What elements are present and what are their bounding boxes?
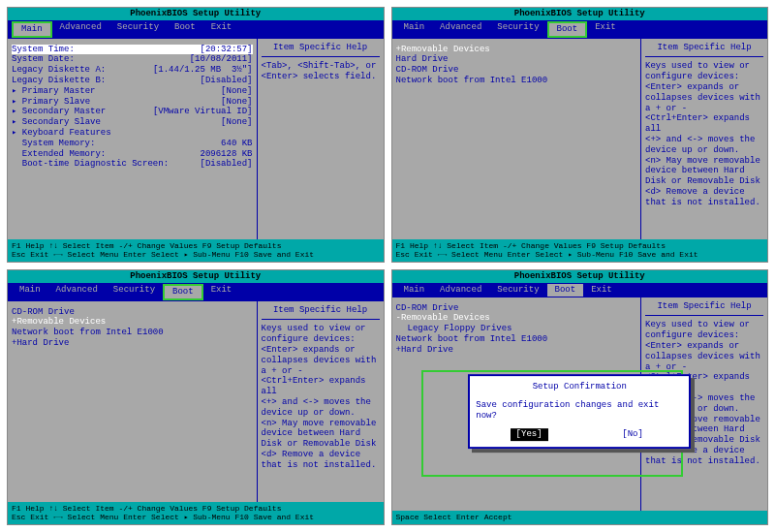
tab-main[interactable]: Main xyxy=(12,284,48,300)
tab-advanced[interactable]: Advanced xyxy=(52,21,109,38)
boot-item[interactable]: Legacy Floppy Drives xyxy=(396,324,637,334)
setting-row[interactable]: Legacy Diskette B:[Disabled] xyxy=(12,76,253,86)
help-text: Keys used to view or configure devices: … xyxy=(262,324,380,470)
boot-item[interactable]: +Removable Devices xyxy=(396,45,637,55)
menubar[interactable]: Main Advanced Security Boot Exit xyxy=(8,283,384,301)
help-text: <Tab>, <Shift-Tab>, or <Enter> selects f… xyxy=(262,61,380,82)
setting-row[interactable]: Extended Memory:2096128 KB xyxy=(12,149,253,160)
setting-row[interactable]: ▸ Secondary Slave[None] xyxy=(12,117,253,128)
setting-row[interactable]: System Date:[10/08/2011] xyxy=(12,54,253,65)
tab-exit[interactable]: Exit xyxy=(587,21,624,38)
tab-main[interactable]: Main xyxy=(12,21,52,38)
setting-row[interactable]: System Time:[20:32:57] xyxy=(12,45,253,55)
help-pane: Item Specific Help Keys used to view or … xyxy=(641,39,767,239)
bios-panel-1: PhoenixBIOS Setup Utility Main Advanced … xyxy=(7,7,385,263)
menubar[interactable]: Main Advanced Security Boot Exit xyxy=(392,283,768,297)
dialog-message: Save configuration changes and exit now? xyxy=(476,400,683,422)
setting-row[interactable]: ▸ Primary Slave[None] xyxy=(12,97,253,108)
tab-exit[interactable]: Exit xyxy=(203,284,240,300)
boot-item[interactable]: CD-ROM Drive xyxy=(12,307,253,318)
help-title: Item Specific Help xyxy=(645,43,763,58)
boot-item[interactable]: CD-ROM Drive xyxy=(396,65,637,76)
boot-order-list[interactable]: +Removable DevicesHard DriveCD-ROM Drive… xyxy=(392,39,642,239)
footer-keys: F1 Help ↑↓ Select Item -/+ Change Values… xyxy=(8,502,384,524)
boot-item[interactable]: +Hard Drive xyxy=(12,338,253,349)
bios-title: PhoenixBIOS Setup Utility xyxy=(392,270,768,283)
setting-row[interactable]: Boot-time Diagnostic Screen:[Disabled] xyxy=(12,159,253,170)
tab-advanced[interactable]: Advanced xyxy=(432,21,489,38)
tab-boot[interactable]: Boot xyxy=(167,21,203,38)
help-text: Keys used to view or configure devices: … xyxy=(645,61,763,207)
tab-boot[interactable]: Boot xyxy=(163,284,203,300)
tab-security[interactable]: Security xyxy=(109,21,167,38)
setting-row[interactable]: ▸ Secondary Master[VMware Virtual ID] xyxy=(12,107,253,117)
bios-panel-4: PhoenixBIOS Setup Utility Main Advanced … xyxy=(391,269,769,525)
menubar[interactable]: Main Advanced Security Boot Exit xyxy=(392,20,768,39)
help-title: Item Specific Help xyxy=(262,43,380,58)
boot-item[interactable]: Network boot from Intel E1000 xyxy=(12,328,253,338)
tab-security[interactable]: Security xyxy=(489,21,546,38)
footer-keys: Space Select Enter Accept xyxy=(392,511,768,524)
help-title: Item Specific Help xyxy=(645,301,763,317)
boot-item[interactable]: +Removable Devices xyxy=(12,317,253,328)
tab-exit[interactable]: Exit xyxy=(203,21,240,38)
bios-panel-3: PhoenixBIOS Setup Utility Main Advanced … xyxy=(7,269,385,525)
boot-item[interactable]: +Hard Drive xyxy=(396,345,637,356)
bios-panel-2: PhoenixBIOS Setup Utility Main Advanced … xyxy=(391,7,769,263)
setting-row[interactable]: ▸ Primary Master[None] xyxy=(12,86,253,97)
boot-item[interactable]: Network boot from Intel E1000 xyxy=(396,76,637,86)
menubar[interactable]: Main Advanced Security Boot Exit xyxy=(8,20,384,39)
tab-main[interactable]: Main xyxy=(396,284,433,297)
tab-security[interactable]: Security xyxy=(489,284,546,297)
bios-title: PhoenixBIOS Setup Utility xyxy=(8,8,384,20)
bios-title: PhoenixBIOS Setup Utility xyxy=(392,8,768,20)
boot-item[interactable]: Hard Drive xyxy=(396,54,637,65)
setting-row[interactable]: ▸ Keyboard Features xyxy=(12,128,253,139)
help-title: Item Specific Help xyxy=(262,305,380,321)
setting-row[interactable]: Legacy Diskette A:[1.44/1.25 MB 3½"] xyxy=(12,65,253,76)
tab-advanced[interactable]: Advanced xyxy=(48,284,106,300)
dialog-title: Setup Confirmation xyxy=(476,382,683,392)
settings-list[interactable]: System Time:[20:32:57]System Date:[10/08… xyxy=(8,39,258,239)
tab-main[interactable]: Main xyxy=(396,21,433,38)
setting-row[interactable]: System Memory:640 KB xyxy=(12,139,253,149)
boot-item[interactable]: CD-ROM Drive xyxy=(396,303,637,314)
tab-advanced[interactable]: Advanced xyxy=(432,284,489,297)
boot-order-list[interactable]: CD-ROM Drive+Removable DevicesNetwork bo… xyxy=(8,301,258,502)
no-button[interactable]: [No] xyxy=(616,429,649,442)
boot-item[interactable]: -Removable Devices xyxy=(396,313,637,324)
help-pane: Item Specific Help <Tab>, <Shift-Tab>, o… xyxy=(258,39,384,239)
boot-item[interactable]: Network boot from Intel E1000 xyxy=(396,334,637,345)
setup-confirmation-dialog: Setup Confirmation Save configuration ch… xyxy=(468,374,691,449)
tab-exit[interactable]: Exit xyxy=(583,284,620,297)
yes-button[interactable]: [Yes] xyxy=(511,429,548,442)
tab-boot[interactable]: Boot xyxy=(547,284,584,297)
footer-keys: F1 Help ↑↓ Select Item -/+ Change Values… xyxy=(392,239,768,262)
tab-boot[interactable]: Boot xyxy=(547,21,588,38)
help-pane: Item Specific Help Keys used to view or … xyxy=(258,301,384,502)
tab-security[interactable]: Security xyxy=(106,284,163,300)
bios-title: PhoenixBIOS Setup Utility xyxy=(8,270,384,283)
footer-keys: F1 Help ↑↓ Select Item -/+ Change Values… xyxy=(8,239,384,262)
